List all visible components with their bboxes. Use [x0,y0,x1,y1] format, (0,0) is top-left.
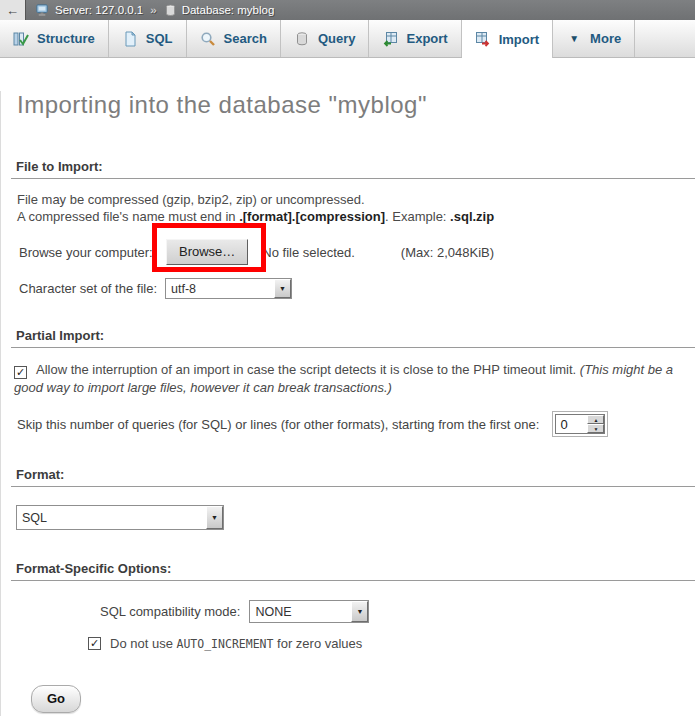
breadcrumb-server[interactable]: Server: 127.0.0.1 [55,4,143,16]
format-select[interactable]: SQL ▼ [16,505,224,530]
tab-import[interactable]: Import [462,20,553,58]
auto-increment-code: AUTO_INCREMENT [177,637,274,651]
spinner-buttons: ▲ ▼ [587,415,604,433]
select-arrow-icon[interactable]: ▼ [274,279,291,298]
sql-compatibility-select[interactable]: NONE ▼ [249,600,369,623]
tab-sql[interactable]: SQL [109,20,187,57]
sql-compatibility-row: SQL compatibility mode: NONE ▼ [100,600,695,623]
tab-bar: Structure SQL Search Query Export Import… [0,20,695,58]
format-selected-value: SQL [17,506,206,529]
max-upload-size: (Max: 2,048KiB) [401,245,494,260]
breadcrumb-database[interactable]: Database: myblog [182,4,275,16]
browse-label: Browse your computer: [19,245,159,260]
tab-search[interactable]: Search [187,20,281,57]
import-icon [475,31,491,47]
skip-row: Skip this number of queries (for SQL) or… [17,411,695,437]
tab-label: Search [224,31,267,46]
caret-down-icon: ▼ [566,33,582,44]
tab-export[interactable]: Export [369,20,461,57]
tab-label: Export [406,31,447,46]
export-icon [382,31,398,47]
go-button[interactable]: Go [31,685,81,713]
auto-increment-prefix: Do not use [110,636,177,651]
allow-interrupt-text: Allow the interruption of an import in c… [36,362,580,377]
back-arrow-icon: ← [6,3,19,18]
select-arrow-icon[interactable]: ▼ [206,506,223,529]
auto-increment-checkbox[interactable]: ✓ [88,637,101,650]
checkmark-icon: ✓ [16,367,25,378]
tab-label: Structure [37,31,95,46]
server-icon [35,3,50,18]
query-icon [294,31,310,47]
filename-example: .sql.zip [450,209,494,224]
compression-note: File may be compressed (gzip, bzip2, zip… [17,192,695,207]
section-format-options-heading: Format-Specific Options: [11,561,695,581]
main-content: Importing into the database "myblog" Fil… [0,91,695,716]
charset-selected-value: utf-8 [166,279,274,298]
section-format-heading: Format: [11,467,695,487]
tab-more[interactable]: ▼ More [553,20,635,57]
filename-note-prefix: A compressed file's name must end in [17,209,239,224]
breadcrumb: Server: 127.0.0.1 » Database: myblog [35,3,274,18]
sql-compatibility-selected-value: NONE [250,601,351,622]
filename-note: A compressed file's name must end in .[f… [17,209,695,224]
no-file-selected-text: No file selected. [262,245,355,260]
spinner-down-button[interactable]: ▼ [587,424,604,433]
charset-label: Character set of the file: [19,281,165,296]
page-title: Importing into the database "myblog" [17,91,695,119]
tab-label: Query [318,31,356,46]
skip-spinner: ▲ ▼ [552,411,608,437]
sql-compatibility-label: SQL compatibility mode: [100,604,240,619]
skip-count-input[interactable] [556,415,587,433]
skip-label: Skip this number of queries (for SQL) or… [17,417,539,432]
phpmyadmin-import-page: ← Server: 127.0.0.1 » Database: myblog S… [0,0,695,716]
charset-row: Character set of the file: utf-8 ▼ [19,278,695,299]
database-icon [164,4,177,17]
tab-label: More [590,31,621,46]
auto-increment-text: Do not use AUTO_INCREMENT for zero value… [110,636,362,651]
charset-select[interactable]: utf-8 ▼ [165,278,292,299]
auto-increment-suffix: for zero values [273,636,362,651]
tab-query[interactable]: Query [281,20,370,57]
allow-interrupt-checkbox[interactable]: ✓ [14,366,27,379]
breadcrumb-bar: ← Server: 127.0.0.1 » Database: myblog [0,0,695,20]
auto-increment-row: ✓Do not use AUTO_INCREMENT for zero valu… [88,636,695,651]
tab-label: Import [499,32,539,47]
section-file-to-import-heading: File to Import: [11,159,695,179]
tab-label: SQL [146,31,173,46]
section-partial-import-heading: Partial Import: [11,328,695,348]
allow-interrupt-block: ✓Allow the interruption of an import in … [14,361,681,396]
structure-icon [13,31,29,47]
back-arrow-button[interactable]: ← [0,0,26,20]
sql-icon [122,31,138,47]
filename-note-mid: . Example: [385,209,450,224]
browse-button[interactable]: Browse… [166,239,248,265]
select-arrow-icon[interactable]: ▼ [351,601,368,622]
search-icon [200,31,216,47]
filename-pattern: .[format].[compression] [239,209,385,224]
breadcrumb-separator: » [150,4,156,16]
browse-row: Browse your computer: Browse… No file se… [19,237,695,267]
checkmark-icon: ✓ [90,638,99,649]
tab-structure[interactable]: Structure [0,20,109,57]
spinner-up-button[interactable]: ▲ [587,415,604,424]
